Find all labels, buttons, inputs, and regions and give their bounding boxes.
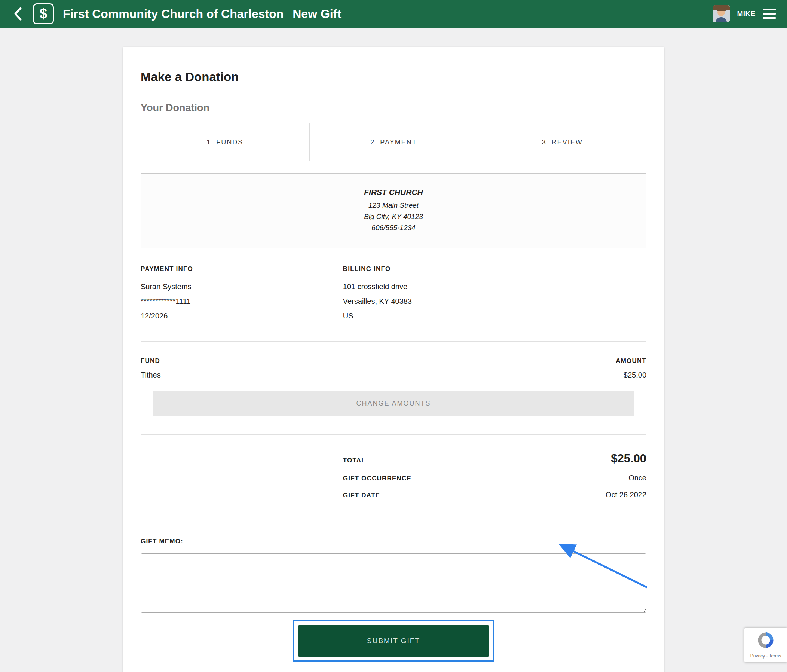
- occurrence-label: GIFT OCCURRENCE: [343, 475, 411, 482]
- page-title: Make a Donation: [141, 70, 646, 84]
- total-label: TOTAL: [343, 457, 366, 464]
- step-payment[interactable]: 2. PAYMENT: [309, 123, 478, 161]
- user-name: MIKE: [737, 10, 756, 18]
- steps-bar: 1. FUNDS 2. PAYMENT 3. REVIEW: [141, 123, 646, 161]
- total-value: $25.00: [611, 452, 646, 465]
- avatar[interactable]: [713, 5, 730, 22]
- back-chevron-icon[interactable]: [11, 5, 24, 22]
- hamburger-menu-icon[interactable]: [763, 8, 776, 20]
- recaptcha-icon: [757, 632, 774, 650]
- gift-date-label: GIFT DATE: [343, 492, 380, 499]
- payment-expiry: 12/2026: [141, 309, 343, 323]
- church-name: FIRST CHURCH: [149, 188, 638, 197]
- app-header: $ First Community Church of Charleston N…: [0, 0, 787, 28]
- change-amounts-button[interactable]: CHANGE AMOUNTS: [153, 391, 634, 416]
- gift-memo-textarea[interactable]: [141, 553, 646, 612]
- dollar-icon: $: [33, 3, 54, 24]
- payment-name: Suran Systems: [141, 280, 343, 294]
- occurrence-value: Once: [628, 474, 646, 482]
- payment-info-col: PAYMENT INFO Suran Systems ************1…: [141, 265, 343, 323]
- fund-table-header: FUND AMOUNT: [141, 357, 646, 365]
- fund-row: Tithes $25.00: [141, 371, 646, 379]
- church-info-box: FIRST CHURCH 123 Main Street Big City, K…: [141, 173, 646, 248]
- church-phone: 606/555-1234: [149, 222, 638, 234]
- header-right: MIKE: [713, 5, 776, 22]
- payment-billing-row: PAYMENT INFO Suran Systems ************1…: [141, 265, 646, 323]
- church-address2: Big City, KY 40123: [149, 211, 638, 222]
- step-review[interactable]: 3. REVIEW: [478, 123, 646, 161]
- amount-column-header: AMOUNT: [616, 357, 646, 365]
- gift-date-value: Oct 26 2022: [605, 490, 646, 499]
- section-title: Your Donation: [141, 102, 646, 114]
- fund-section: FUND AMOUNT Tithes $25.00 CHANGE AMOUNTS: [141, 357, 646, 416]
- page-name-title: New Gift: [292, 7, 341, 21]
- billing-info-col: BILLING INFO 101 crossfield drive Versai…: [343, 265, 545, 323]
- summary-section: TOTAL $25.00 GIFT OCCURRENCE Once GIFT D…: [141, 452, 646, 499]
- billing-info-label: BILLING INFO: [343, 265, 545, 273]
- divider: [141, 517, 646, 517]
- donation-card: Make a Donation Your Donation 1. FUNDS 2…: [123, 47, 664, 672]
- payment-info-label: PAYMENT INFO: [141, 265, 343, 273]
- dollar-glyph: $: [40, 6, 47, 22]
- fund-amount: $25.00: [624, 371, 646, 379]
- billing-city: Versailles, KY 40383: [343, 294, 545, 309]
- total-row: TOTAL $25.00: [141, 452, 646, 465]
- gift-memo-label: GIFT MEMO:: [141, 538, 646, 545]
- occurrence-row: GIFT OCCURRENCE Once: [141, 474, 646, 482]
- billing-street: 101 crossfield drive: [343, 280, 545, 294]
- church-address1: 123 Main Street: [149, 200, 638, 211]
- payment-card-number: ************1111: [141, 294, 343, 309]
- step-funds[interactable]: 1. FUNDS: [141, 123, 309, 161]
- recaptcha-privacy-terms[interactable]: Privacy - Terms: [750, 653, 781, 659]
- submit-gift-button[interactable]: SUBMIT GIFT: [298, 625, 489, 657]
- billing-country: US: [343, 309, 545, 323]
- fund-name: Tithes: [141, 371, 161, 379]
- gift-date-row: GIFT DATE Oct 26 2022: [141, 490, 646, 499]
- church-name-title: First Community Church of Charleston: [63, 7, 283, 21]
- divider: [141, 435, 646, 435]
- actions-area: SUBMIT GIFT BACK: [141, 614, 646, 672]
- recaptcha-badge[interactable]: Privacy - Terms: [744, 628, 787, 662]
- fund-column-header: FUND: [141, 357, 160, 365]
- header-title: First Community Church of Charleston New…: [63, 7, 341, 21]
- submit-highlight-box: SUBMIT GIFT: [293, 620, 494, 662]
- divider: [141, 341, 646, 342]
